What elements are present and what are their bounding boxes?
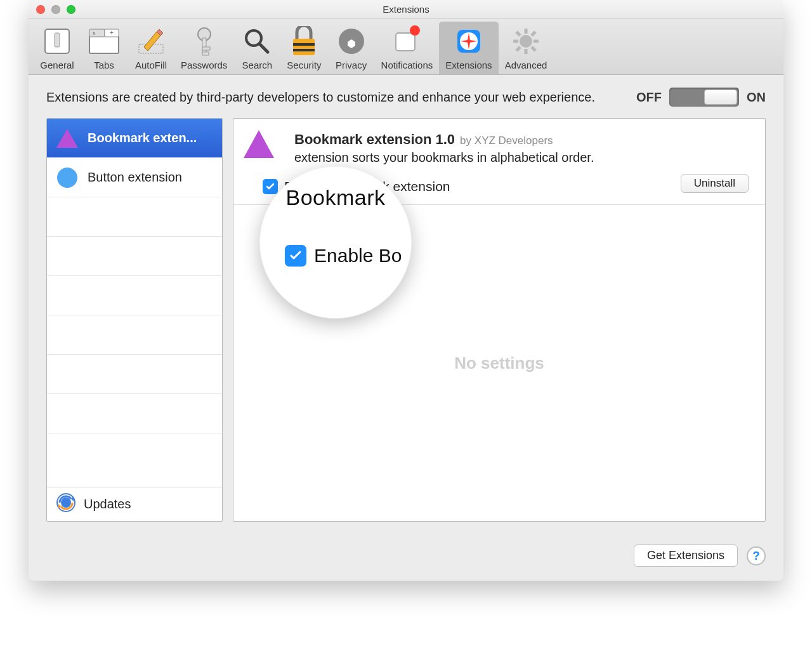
tab-label: AutoFill bbox=[135, 60, 167, 70]
preferences-window: Extensions General x+ Tabs AutoFill Pass… bbox=[29, 0, 783, 581]
bottom-bar: Get Extensions ? bbox=[29, 534, 783, 581]
extension-by: by XYZ Developers bbox=[460, 135, 553, 147]
svg-point-22 bbox=[520, 35, 532, 48]
tab-label: Privacy bbox=[336, 60, 367, 70]
extensions-icon bbox=[452, 24, 486, 58]
sidebar-item-button[interactable]: Button extension bbox=[47, 158, 222, 197]
list-item bbox=[47, 276, 222, 315]
help-button[interactable]: ? bbox=[747, 546, 766, 565]
tab-notifications[interactable]: Notifications bbox=[375, 22, 440, 74]
svg-point-34 bbox=[61, 498, 71, 508]
tab-label: Extensions bbox=[445, 60, 492, 70]
extensions-sidebar: Bookmark exten... Button extension bbox=[46, 118, 223, 522]
svg-rect-14 bbox=[293, 39, 315, 55]
list-item bbox=[47, 315, 222, 355]
sidebar-item-label: Bookmark exten... bbox=[88, 131, 197, 145]
magnified-checkbox-icon bbox=[285, 245, 306, 267]
sidebar-item-label: Button extension bbox=[88, 170, 182, 185]
svg-line-30 bbox=[532, 32, 535, 36]
svg-line-29 bbox=[516, 47, 520, 51]
svg-rect-1 bbox=[55, 33, 60, 47]
magnified-enable-row: Enable Bo bbox=[285, 245, 402, 267]
titlebar: Extensions bbox=[29, 0, 783, 19]
tab-extensions[interactable]: Extensions bbox=[439, 22, 498, 74]
list-item bbox=[47, 355, 222, 394]
svg-marker-31 bbox=[56, 129, 78, 148]
svg-marker-37 bbox=[244, 130, 274, 158]
tab-autofill[interactable]: AutoFill bbox=[128, 22, 174, 74]
tab-label: Tabs bbox=[94, 60, 114, 70]
tab-tabs[interactable]: x+ Tabs bbox=[81, 22, 128, 74]
toggle-knob bbox=[704, 89, 737, 105]
svg-line-27 bbox=[516, 32, 520, 36]
tab-label: Passwords bbox=[181, 60, 227, 70]
list-item bbox=[47, 237, 222, 276]
privacy-icon bbox=[334, 24, 369, 58]
svg-rect-3 bbox=[89, 29, 105, 37]
tab-label: Advanced bbox=[505, 60, 547, 70]
svg-line-13 bbox=[259, 44, 268, 52]
list-item bbox=[47, 197, 222, 237]
passwords-icon bbox=[187, 24, 221, 58]
extension-title-row: Bookmark extension 1.0 by XYZ Developers bbox=[294, 131, 749, 148]
preferences-toolbar: General x+ Tabs AutoFill Passwords Searc… bbox=[29, 19, 783, 75]
general-icon bbox=[40, 24, 74, 58]
tabs-icon: x+ bbox=[87, 24, 121, 58]
tab-passwords[interactable]: Passwords bbox=[174, 22, 233, 74]
extension-title: Bookmark extension 1.0 bbox=[294, 131, 455, 148]
svg-rect-2 bbox=[89, 36, 119, 53]
triangle-icon bbox=[56, 127, 79, 150]
tab-label: Security bbox=[287, 60, 321, 70]
tab-label: Search bbox=[242, 60, 273, 70]
toggle-off-label: OFF bbox=[636, 90, 662, 105]
master-toggle[interactable] bbox=[669, 88, 739, 107]
get-extensions-button[interactable]: Get Extensions bbox=[634, 544, 738, 567]
extension-thumbnail-icon bbox=[244, 130, 274, 161]
svg-line-28 bbox=[532, 47, 535, 51]
magnifier-overlay: Bookmark Enable Bo bbox=[259, 166, 412, 319]
extension-description: extension sorts your bookmarks in alphab… bbox=[294, 150, 749, 165]
enable-checkbox[interactable] bbox=[263, 179, 278, 194]
tab-privacy[interactable]: Privacy bbox=[328, 22, 375, 74]
circle-icon bbox=[56, 166, 79, 189]
sidebar-item-bookmark[interactable]: Bookmark exten... bbox=[47, 119, 222, 158]
svg-point-32 bbox=[57, 168, 77, 188]
tab-label: Notifications bbox=[381, 60, 433, 70]
no-settings-text: No settings bbox=[454, 353, 544, 373]
svg-rect-10 bbox=[202, 47, 210, 50]
updates-icon bbox=[56, 492, 76, 516]
svg-rect-16 bbox=[293, 49, 315, 51]
intro-row: Extensions are created by third-party de… bbox=[46, 88, 766, 107]
list-item bbox=[47, 433, 222, 473]
security-icon bbox=[287, 24, 321, 58]
tab-general[interactable]: General bbox=[34, 22, 81, 74]
svg-rect-15 bbox=[293, 43, 315, 46]
search-icon bbox=[240, 24, 274, 58]
tab-advanced[interactable]: Advanced bbox=[499, 22, 554, 74]
tab-label: General bbox=[40, 60, 74, 70]
svg-text:+: + bbox=[110, 29, 114, 36]
notifications-icon bbox=[390, 24, 424, 58]
svg-rect-11 bbox=[202, 52, 209, 55]
master-toggle-group: OFF ON bbox=[636, 88, 766, 107]
extensions-list: Bookmark exten... Button extension bbox=[47, 119, 222, 487]
advanced-icon bbox=[509, 24, 543, 58]
window-title: Extensions bbox=[29, 4, 783, 15]
list-item bbox=[47, 394, 222, 433]
tab-security[interactable]: Security bbox=[280, 22, 327, 74]
svg-text:x: x bbox=[93, 30, 96, 36]
magnified-title-fragment: Bookmark bbox=[285, 185, 385, 210]
tab-search[interactable]: Search bbox=[233, 22, 280, 74]
content-area: Extensions are created by third-party de… bbox=[29, 75, 783, 534]
main-row: Bookmark exten... Button extension bbox=[46, 118, 766, 522]
uninstall-button[interactable]: Uninstall bbox=[681, 174, 749, 193]
autofill-icon bbox=[134, 24, 168, 58]
svg-rect-18 bbox=[396, 33, 415, 51]
updates-label: Updates bbox=[84, 497, 131, 512]
toggle-on-label: ON bbox=[747, 90, 766, 105]
intro-text: Extensions are created by third-party de… bbox=[46, 89, 611, 106]
magnified-label-fragment: Enable Bo bbox=[314, 245, 402, 267]
sidebar-updates[interactable]: Updates bbox=[47, 487, 222, 521]
